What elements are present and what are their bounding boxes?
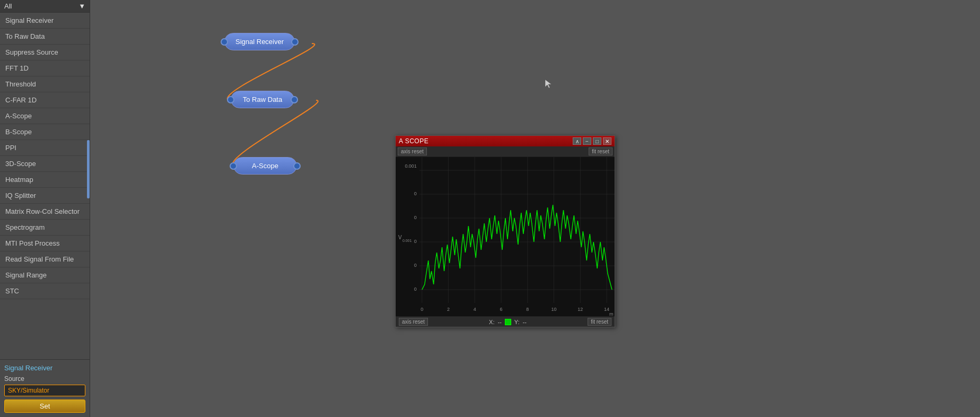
titlebar-restore-btn[interactable]: □ [593, 137, 601, 145]
sidebar-item-threshold[interactable]: Threshold [0, 76, 90, 92]
xy-coords: X: -- Y: -- [489, 319, 527, 325]
category-dropdown-label: All [4, 2, 12, 10]
titlebar-up-btn[interactable]: ∧ [573, 137, 581, 145]
plot-toolbar-bottom: axis reset X: -- Y: -- fit reset [396, 316, 615, 327]
svg-text:2: 2 [447, 307, 450, 312]
svg-text:6: 6 [500, 307, 503, 312]
node-port-right-signal-receiver[interactable] [291, 38, 299, 46]
node-label-signal-receiver: Signal Receiver [235, 38, 284, 46]
category-dropdown[interactable]: All ▼ [0, 0, 90, 13]
sidebar: All ▼ Signal Receiver To Raw Data Suppre… [0, 0, 90, 417]
axis-reset-bottom-btn[interactable]: axis reset [399, 318, 428, 326]
node-port-right-to-raw-data[interactable] [291, 96, 298, 103]
node-a-scope[interactable]: A-Scope [233, 157, 297, 175]
ascope-titlebar[interactable]: A Scope ∧ − □ ✕ [396, 136, 615, 146]
svg-text:0: 0 [414, 286, 417, 292]
svg-text:0: 0 [414, 191, 417, 196]
sidebar-item-matrix-row-col-selector[interactable]: Matrix Row-Col Selector [0, 204, 90, 220]
sidebar-item-3d-scope[interactable]: 3D-Scope [0, 156, 90, 172]
svg-text:10: 10 [552, 307, 557, 312]
sidebar-item-to-raw-data[interactable]: To Raw Data [0, 29, 90, 45]
svg-text:0: 0 [414, 215, 417, 220]
svg-text:m: m [609, 311, 613, 316]
titlebar-close-btn[interactable]: ✕ [603, 137, 611, 145]
svg-rect-0 [396, 157, 615, 316]
svg-text:8: 8 [526, 307, 529, 312]
ascope-window: A Scope ∧ − □ ✕ axis reset fit reset [395, 135, 615, 327]
plot-area: 0.001 0 0 0 0 0 V 0.001 0 2 4 6 8 10 12 … [396, 157, 615, 316]
y-value: -- [523, 319, 527, 325]
source-input[interactable] [4, 385, 85, 396]
node-label-to-raw-data: To Raw Data [243, 95, 282, 103]
titlebar-controls: ∧ − □ ✕ [573, 137, 611, 145]
sidebar-items-list: Signal Receiver To Raw Data Suppress Sou… [0, 13, 90, 359]
mouse-cursor [544, 79, 555, 89]
set-button[interactable]: Set [4, 399, 85, 413]
sidebar-item-suppress-source[interactable]: Suppress Source [0, 45, 90, 60]
selected-block-label: Signal Receiver [4, 364, 85, 372]
node-signal-receiver[interactable]: Signal Receiver [224, 33, 295, 50]
fit-reset-top-btn[interactable]: fit reset [589, 147, 612, 155]
titlebar-minimize-btn[interactable]: − [583, 137, 591, 145]
svg-text:0: 0 [414, 263, 417, 268]
plot-toolbar-top: axis reset fit reset [396, 146, 615, 157]
properties-panel: Signal Receiver Source Set [0, 359, 90, 417]
svg-text:0.001: 0.001 [405, 163, 416, 169]
node-port-left-to-raw-data[interactable] [227, 96, 234, 103]
svg-text:14: 14 [604, 307, 609, 312]
dropdown-arrow-icon: ▼ [78, 2, 85, 10]
svg-text:0.001: 0.001 [402, 239, 412, 242]
canvas-area: Signal Receiver To Raw Data A-Scope A Sc… [90, 0, 980, 417]
node-port-left-signal-receiver[interactable] [221, 38, 228, 46]
x-label: X: [489, 319, 494, 325]
fit-reset-bottom-btn[interactable]: fit reset [588, 318, 611, 326]
plot-svg: 0.001 0 0 0 0 0 V 0.001 0 2 4 6 8 10 12 … [396, 157, 615, 316]
scrollbar-thumb[interactable] [87, 140, 90, 198]
svg-text:V: V [398, 234, 402, 240]
y-label: Y: [514, 319, 520, 325]
svg-text:0: 0 [414, 239, 417, 244]
sidebar-item-signal-receiver[interactable]: Signal Receiver [0, 13, 90, 29]
sidebar-item-signal-range[interactable]: Signal Range [0, 267, 90, 283]
color-indicator [505, 319, 511, 325]
sidebar-item-c-far-1d[interactable]: C-FAR 1D [0, 92, 90, 108]
node-label-a-scope: A-Scope [252, 162, 278, 170]
svg-text:4: 4 [474, 307, 476, 312]
node-port-right-a-scope[interactable] [293, 162, 301, 170]
source-property-label: Source [4, 375, 85, 383]
sidebar-item-fft-1d[interactable]: FFT 1D [0, 60, 90, 76]
svg-text:12: 12 [578, 307, 583, 312]
svg-text:0: 0 [421, 307, 423, 312]
sidebar-item-stc[interactable]: STC [0, 283, 90, 299]
sidebar-item-a-scope[interactable]: A-Scope [0, 108, 90, 124]
ascope-title: A Scope [399, 137, 428, 145]
node-to-raw-data[interactable]: To Raw Data [231, 91, 294, 108]
axis-reset-top-btn[interactable]: axis reset [398, 147, 427, 155]
sidebar-item-spectrogram[interactable]: Spectrogram [0, 220, 90, 236]
sidebar-item-ppi[interactable]: PPI [0, 140, 90, 156]
sidebar-item-read-signal-from-file[interactable]: Read Signal From File [0, 251, 90, 267]
sidebar-item-heatmap[interactable]: Heatmap [0, 172, 90, 188]
sidebar-item-iq-splitter[interactable]: IQ Splitter [0, 188, 90, 204]
sidebar-item-b-scope[interactable]: B-Scope [0, 124, 90, 140]
x-value: -- [497, 319, 501, 325]
node-port-left-a-scope[interactable] [230, 162, 237, 170]
sidebar-item-mti-post-process[interactable]: MTI Post Process [0, 236, 90, 251]
